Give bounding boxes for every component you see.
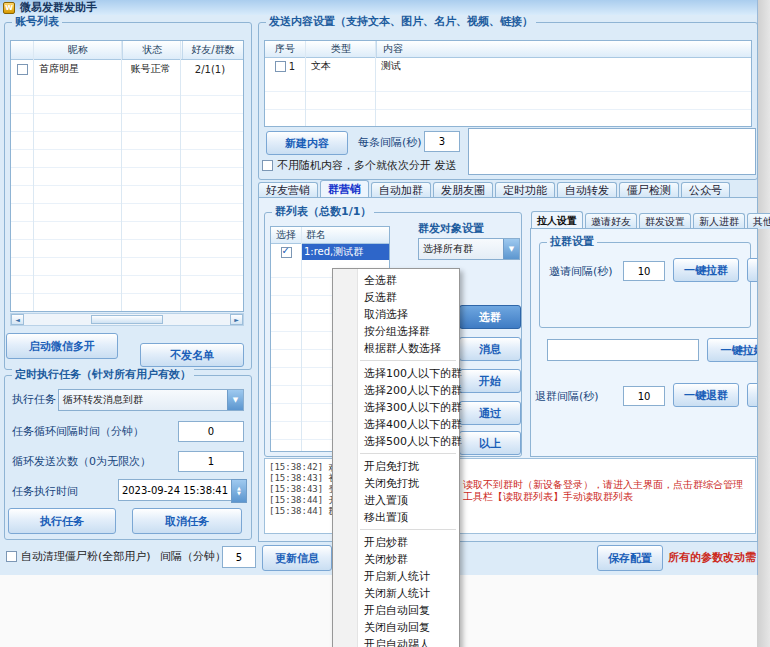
- menu-item-invert-select[interactable]: 反选群: [333, 289, 459, 306]
- content-preview-textarea[interactable]: [468, 128, 756, 175]
- cancel-task-button[interactable]: 取消任务: [132, 508, 242, 534]
- task-exec-dropdown[interactable]: 循环转发消息到群 ▼: [58, 389, 244, 411]
- menu-item-under-300[interactable]: 选择300人以下的群: [333, 399, 459, 416]
- stop-quit-button[interactable]: 停止: [747, 383, 758, 407]
- account-hscrollbar[interactable]: ◄ ►: [10, 313, 244, 326]
- app-icon: W: [3, 2, 15, 14]
- menu-item-select-by-category[interactable]: 按分组选择群: [333, 323, 459, 340]
- menu-item-hype-on[interactable]: 开启炒群: [333, 534, 459, 551]
- account-col-select: [11, 41, 34, 59]
- account-grid-line: [180, 41, 181, 311]
- menu-item-select-all[interactable]: 全选群: [333, 272, 459, 289]
- account-row-nick: 首席明星: [33, 62, 121, 76]
- menu-item-pin-off[interactable]: 移出置顶: [333, 509, 459, 526]
- desktop-right-strip: [757, 0, 770, 647]
- auto-clean-checkbox[interactable]: [6, 551, 17, 562]
- menu-item-pin-on[interactable]: 进入置顶: [333, 492, 459, 509]
- side-button-pass[interactable]: 通过: [459, 401, 521, 425]
- content-table[interactable]: 序号 类型 内容 1 文本 测试: [264, 40, 752, 127]
- subtab-invite-settings[interactable]: 拉人设置: [531, 211, 583, 229]
- scroll-left-arrow-icon[interactable]: ◄: [11, 314, 24, 325]
- side-button-above[interactable]: 以上: [459, 431, 521, 455]
- save-config-button[interactable]: 保存配置: [597, 545, 663, 571]
- subtab-group-send[interactable]: 群发设置: [639, 213, 691, 229]
- menu-item-mute-off[interactable]: 关闭免打扰: [333, 475, 459, 492]
- run-task-button[interactable]: 执行任务: [8, 508, 116, 534]
- quit-group-button[interactable]: 一键退群: [673, 383, 739, 407]
- loop-interval-input[interactable]: 0: [178, 421, 244, 442]
- menu-item-newcomer-stat-off[interactable]: 关闭新人统计: [333, 585, 459, 602]
- tab-official-account[interactable]: 公众号: [681, 182, 730, 198]
- account-row[interactable]: 首席明星 账号正常 2/1(1): [11, 60, 243, 79]
- exec-time-input[interactable]: 2023-09-24 15:38:41: [118, 479, 232, 501]
- target-dropdown[interactable]: 选择所有群 ▼: [418, 238, 520, 260]
- group-col-name: 群名: [302, 227, 389, 243]
- menu-item-clear-select[interactable]: 取消选择: [333, 306, 459, 323]
- loop-interval-label: 任务循环间隔时间（分钟）: [12, 425, 144, 438]
- chevron-down-icon[interactable]: ▼: [503, 239, 519, 259]
- subtab-other[interactable]: 其他: [747, 213, 770, 229]
- content-empty-rows: [265, 74, 751, 126]
- clean-interval-input[interactable]: 5: [222, 546, 256, 568]
- nosend-list-button[interactable]: 不发名单: [140, 343, 244, 367]
- side-button-start[interactable]: 开始: [459, 369, 521, 393]
- scroll-right-arrow-icon[interactable]: ►: [230, 314, 243, 325]
- content-row-checkbox[interactable]: [275, 61, 286, 72]
- menu-item-hype-off[interactable]: 关闭炒群: [333, 551, 459, 568]
- new-content-button[interactable]: 新建内容: [266, 131, 348, 155]
- menu-separator: [360, 529, 456, 530]
- group-row-checkbox[interactable]: [281, 247, 292, 258]
- random-content-label: 不用随机内容，多个就依次分开 发送: [277, 159, 457, 172]
- invite-button[interactable]: 一键拉群: [673, 258, 739, 282]
- menu-separator: [360, 360, 456, 361]
- content-row[interactable]: 1 文本 测试: [265, 58, 751, 75]
- menu-item-autoreply-off[interactable]: 关闭自动回复: [333, 619, 459, 636]
- invite-groupbox-title: 拉群设置: [547, 235, 597, 248]
- main-tabbar: 好友营销 群营销 自动加群 发朋友圈 定时功能 自动转发 僵尸检测 公众号: [258, 180, 732, 198]
- group-context-menu: 全选群 反选群 取消选择 按分组选择群 根据群人数选择 选择100人以下的群 选…: [332, 268, 460, 647]
- menu-item-under-500[interactable]: 选择500人以下的群: [333, 433, 459, 450]
- titlebar[interactable]: W 微易发群发助手: [0, 0, 757, 15]
- start-wechat-button[interactable]: 启动微信多开: [6, 333, 118, 359]
- time-spinner-icon[interactable]: ▲▼: [231, 479, 247, 503]
- side-button-select-group[interactable]: 选群: [459, 305, 521, 329]
- task-exec-label: 执行任务: [12, 393, 56, 406]
- tab-timer[interactable]: 定时功能: [495, 182, 555, 198]
- menu-item-autoreply-on[interactable]: 开启自动回复: [333, 602, 459, 619]
- content-groupbox-title: 发送内容设置（支持文本、图片、名片、视频、链接）: [266, 15, 536, 28]
- side-button-message[interactable]: 消息: [459, 337, 521, 361]
- scroll-thumb[interactable]: [91, 315, 163, 324]
- menu-item-autokick-on[interactable]: 开启自动踢人: [333, 636, 459, 647]
- update-info-button[interactable]: 更新信息: [262, 545, 332, 571]
- chevron-down-icon[interactable]: ▼: [227, 390, 243, 410]
- account-table[interactable]: 昵称 状态 好友/群数 首席明星 账号正常 2/1(1): [10, 40, 244, 312]
- group-name-input[interactable]: [547, 339, 699, 361]
- subtab-invite-friends[interactable]: 邀请好友: [585, 213, 637, 229]
- quit-interval-input[interactable]: 10: [623, 386, 665, 406]
- menu-separator: [360, 453, 456, 454]
- menu-item-mute-on[interactable]: 开启免打扰: [333, 458, 459, 475]
- random-content-checkbox[interactable]: [262, 160, 273, 171]
- menu-item-under-100[interactable]: 选择100人以下的群: [333, 365, 459, 382]
- tab-group-marketing[interactable]: 群营销: [320, 180, 369, 198]
- loop-count-input[interactable]: 1: [178, 451, 244, 472]
- msg-interval-input[interactable]: 3: [424, 131, 460, 152]
- tab-auto-join[interactable]: 自动加群: [371, 182, 431, 198]
- invite-interval-input[interactable]: 10: [623, 261, 665, 281]
- menu-item-newcomer-stat-on[interactable]: 开启新人统计: [333, 568, 459, 585]
- tab-zombie-check[interactable]: 僵尸检测: [619, 182, 679, 198]
- tab-moments[interactable]: 发朋友圈: [433, 182, 493, 198]
- subtab-newcomer[interactable]: 新人进群: [693, 213, 745, 229]
- stop-invite-button[interactable]: 停止: [747, 258, 758, 282]
- content-row-type: 文本: [305, 59, 375, 73]
- account-row-checkbox[interactable]: [17, 64, 28, 75]
- menu-item-select-by-size[interactable]: 根据群人数选择: [333, 340, 459, 357]
- tab-friend-marketing[interactable]: 好友营销: [258, 182, 318, 198]
- invite-friend-button[interactable]: 一键拉好友: [707, 338, 758, 362]
- menu-item-under-400[interactable]: 选择400人以下的群: [333, 416, 459, 433]
- menu-item-under-200[interactable]: 选择200人以下的群: [333, 382, 459, 399]
- group-grid-line: [301, 227, 302, 451]
- tab-auto-forward[interactable]: 自动转发: [557, 182, 617, 198]
- group-row[interactable]: 1:red,测试群: [271, 244, 389, 260]
- content-row-text: 测试: [375, 59, 751, 73]
